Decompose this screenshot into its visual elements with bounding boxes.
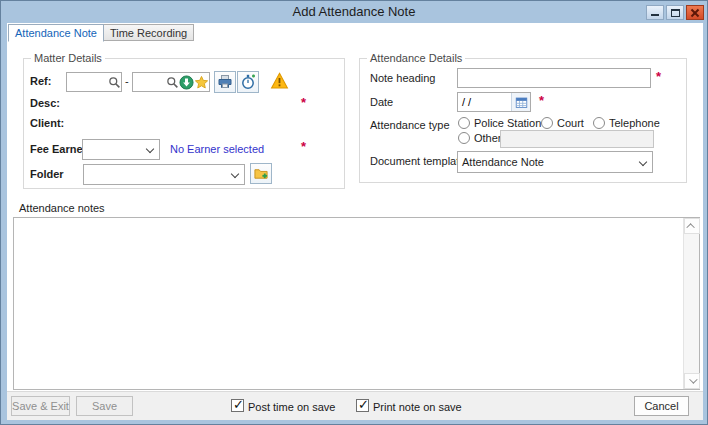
fee-earner-select[interactable]: [82, 139, 160, 160]
note-heading-field[interactable]: [457, 68, 651, 88]
chevron-down-icon: [231, 170, 239, 178]
ref-input[interactable]: [67, 73, 108, 91]
download-circle-icon[interactable]: [179, 75, 194, 90]
matter-details-group: Matter Details Ref: -: [23, 58, 345, 189]
date-label: Date: [370, 96, 393, 108]
maximize-icon: [671, 9, 680, 17]
search-icon[interactable]: [108, 76, 121, 89]
close-icon: [690, 8, 700, 18]
document-template-select[interactable]: Attendance Note: [457, 151, 653, 173]
radio-icon: [593, 117, 605, 129]
document-template-value: Attendance Note: [462, 156, 544, 168]
document-template-label: Document template: [370, 155, 465, 167]
other-type-field: [500, 130, 654, 148]
date-field[interactable]: / /: [457, 92, 531, 112]
fee-earner-required-marker: *: [301, 139, 306, 154]
favourite-star-icon[interactable]: [194, 75, 209, 90]
radio-other[interactable]: Other: [458, 132, 502, 144]
calendar-icon: [515, 96, 528, 109]
chevron-down-icon: [689, 375, 697, 383]
minimize-button[interactable]: [646, 5, 664, 20]
notes-scrollbar[interactable]: [683, 218, 699, 389]
radio-police-station[interactable]: Police Station: [458, 117, 541, 129]
minimize-icon: [651, 14, 659, 16]
tab-attendance-note[interactable]: Attendance Note: [8, 24, 104, 42]
calendar-picker-button[interactable]: [511, 93, 530, 111]
folder-plus-icon: [253, 166, 269, 181]
desc-label: Desc:: [30, 97, 60, 109]
cancel-button[interactable]: Cancel: [634, 396, 689, 416]
print-note-label: Print note on save: [373, 401, 462, 413]
search-icon[interactable]: [166, 76, 179, 89]
time-record-button[interactable]: [237, 71, 259, 93]
client-label: Client:: [30, 117, 64, 129]
dialog-content: Attendance Note Time Recording Matter De…: [7, 23, 703, 391]
add-attendance-note-dialog: Add Attendance Note Attendance Note Time…: [0, 0, 708, 425]
save-exit-button[interactable]: Save & Exit: [11, 396, 70, 416]
note-heading-required-marker: *: [656, 69, 661, 84]
close-button[interactable]: [686, 5, 704, 20]
attendance-notes-textarea[interactable]: [13, 217, 700, 390]
new-folder-button[interactable]: [250, 163, 272, 184]
attendance-details-legend: Attendance Details: [367, 52, 465, 64]
window-controls: [646, 5, 704, 20]
stopwatch-icon: [240, 74, 256, 90]
scroll-down-button[interactable]: [684, 373, 700, 389]
post-time-label: Post time on save: [248, 401, 335, 413]
ref2-input[interactable]: [133, 73, 166, 91]
maximize-button[interactable]: [666, 5, 684, 20]
window-title: Add Attendance Note: [1, 4, 707, 19]
ref2-lookup-field[interactable]: [132, 72, 210, 92]
ref-lookup-field[interactable]: [66, 72, 122, 92]
fee-earner-status: No Earner selected: [170, 143, 264, 155]
tab-bar: Attendance Note Time Recording: [8, 24, 193, 42]
fee-earner-label: Fee Earner: [30, 143, 87, 155]
folder-select[interactable]: [83, 164, 245, 185]
printer-icon: [217, 74, 233, 90]
matter-details-legend: Matter Details: [31, 52, 105, 64]
attendance-details-group: Attendance Details Note heading * Date /…: [359, 58, 687, 183]
post-time-checkbox[interactable]: [231, 399, 244, 412]
chevron-down-icon: [146, 145, 154, 153]
attendance-type-label: Attendance type: [370, 119, 450, 131]
chevron-down-icon: [639, 158, 647, 166]
attendance-notes-label: Attendance notes: [19, 202, 105, 214]
radio-telephone[interactable]: Telephone: [593, 117, 660, 129]
radio-icon: [541, 117, 553, 129]
save-button[interactable]: Save: [76, 396, 133, 416]
warning-icon: [270, 72, 289, 90]
titlebar[interactable]: Add Attendance Note: [1, 1, 707, 23]
note-heading-input[interactable]: [458, 69, 650, 87]
footer-bar: Save & Exit Save Post time on save Print…: [7, 391, 703, 420]
chevron-up-icon: [686, 223, 694, 231]
print-note-checkbox[interactable]: [356, 399, 369, 412]
desc-required-marker: *: [301, 95, 306, 110]
ref-separator: -: [125, 75, 129, 87]
radio-court[interactable]: Court: [541, 117, 584, 129]
date-required-marker: *: [539, 93, 544, 108]
note-heading-label: Note heading: [370, 72, 435, 84]
folder-label: Folder: [30, 168, 64, 180]
tab-time-recording[interactable]: Time Recording: [103, 24, 194, 41]
scroll-up-button[interactable]: [684, 218, 700, 234]
date-value: / /: [458, 96, 511, 108]
ref-label: Ref:: [30, 75, 51, 87]
radio-icon: [458, 117, 470, 129]
other-type-input: [501, 131, 653, 147]
print-matter-button[interactable]: [214, 71, 236, 93]
radio-icon: [458, 132, 470, 144]
